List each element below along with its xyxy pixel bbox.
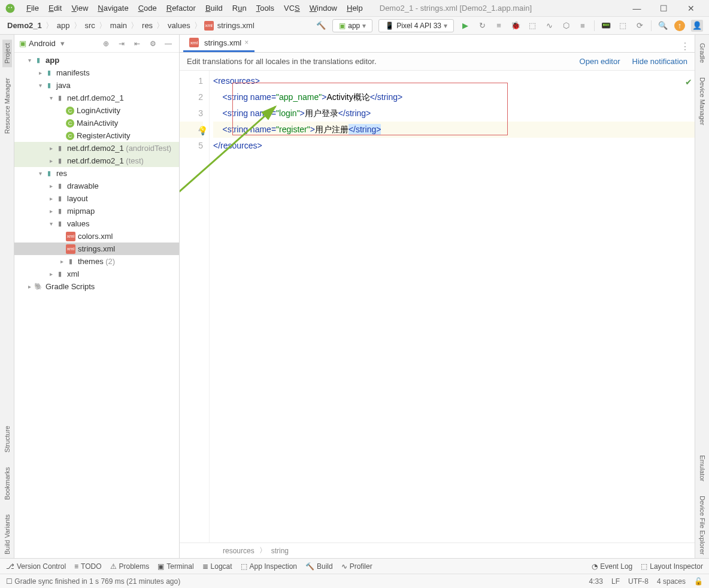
collapse-icon[interactable]: ⇤ xyxy=(131,38,143,50)
tree-register-activity[interactable]: CRegisterActivity xyxy=(14,129,179,142)
tab-device-file-explorer[interactable]: Device File Explorer xyxy=(698,492,707,558)
tree-gradle-scripts[interactable]: ▸🐘Gradle Scripts xyxy=(14,280,179,293)
intention-bulb-icon[interactable]: 💡 xyxy=(198,123,208,139)
settings-icon[interactable]: ⚙ xyxy=(147,38,159,50)
tab-device-manager[interactable]: Device Manager xyxy=(698,74,707,129)
profiler-icon[interactable]: ∿ xyxy=(544,20,555,31)
close-tab-icon[interactable]: × xyxy=(244,38,249,47)
sdk-icon[interactable]: ⬚ xyxy=(617,20,628,31)
code-line-5[interactable]: </resources> xyxy=(213,138,695,154)
crumb-res[interactable]: res xyxy=(141,21,154,30)
tree-login-activity[interactable]: CLoginActivity xyxy=(14,104,179,117)
stop-icon[interactable]: ■ xyxy=(577,20,588,31)
tab-app-inspection[interactable]: ⬚ App Inspection xyxy=(241,562,297,571)
menu-edit[interactable]: Edit xyxy=(44,2,66,14)
menu-build[interactable]: Build xyxy=(201,2,228,14)
tree-app[interactable]: ▾▮app xyxy=(14,54,179,66)
crumb-project[interactable]: Demo2_1 xyxy=(6,21,43,30)
maximize-button[interactable]: ☐ xyxy=(650,0,677,17)
hide-notification-link[interactable]: Hide notification xyxy=(632,57,688,66)
tree-pkg-androidtest[interactable]: ▸▮net.drf.demo2_1 (androidTest) xyxy=(14,142,179,154)
minimize-button[interactable]: — xyxy=(623,0,650,17)
tree-pkg-test[interactable]: ▸▮net.drf.demo2_1 (test) xyxy=(14,154,179,167)
avd-icon[interactable]: 📟 xyxy=(601,20,611,31)
tab-version-control[interactable]: ⎇ Version Control xyxy=(6,562,66,571)
tab-emulator[interactable]: Emulator xyxy=(698,451,707,485)
tab-terminal[interactable]: ▣ Terminal xyxy=(157,562,193,571)
status-readonly-icon[interactable]: 🔓 xyxy=(694,577,703,586)
search-icon[interactable]: 🔍 xyxy=(658,20,668,31)
menu-run[interactable]: Run xyxy=(228,2,252,14)
tree-colors-xml[interactable]: xmlcolors.xml xyxy=(14,230,179,243)
menu-refactor[interactable]: Refactor xyxy=(162,2,201,14)
open-editor-link[interactable]: Open editor xyxy=(580,57,620,66)
coverage-icon[interactable]: ⬚ xyxy=(527,20,538,31)
apply-code-icon[interactable]: ≡ xyxy=(493,20,504,31)
run-icon[interactable]: ▶ xyxy=(460,20,471,31)
select-opened-icon[interactable]: ⊕ xyxy=(100,38,112,50)
tab-strings-xml[interactable]: xml strings.xml × xyxy=(183,35,254,52)
crumb-src[interactable]: src xyxy=(84,21,96,30)
debug-icon[interactable]: 🐞 xyxy=(510,20,521,31)
menu-file[interactable]: File xyxy=(22,2,44,14)
crumb-main[interactable]: main xyxy=(109,21,128,30)
tab-layout-inspector[interactable]: ⬚ Layout Inspector xyxy=(641,562,703,571)
menu-tools[interactable]: Tools xyxy=(252,2,279,14)
sync-icon[interactable]: ⟳ xyxy=(634,20,645,31)
crumb-file[interactable]: strings.xml xyxy=(216,21,256,30)
tree-main-activity[interactable]: CMainActivity xyxy=(14,117,179,129)
tab-project[interactable]: Project xyxy=(2,40,12,67)
avatar-icon[interactable]: 👤 xyxy=(691,20,703,32)
tree-mipmap[interactable]: ▸▮mipmap xyxy=(14,205,179,217)
run-config-dropdown[interactable]: ▣app▾ xyxy=(332,19,372,32)
tree-java[interactable]: ▾▮java xyxy=(14,79,179,92)
menu-vcs[interactable]: VCS xyxy=(279,2,305,14)
menu-window[interactable]: Window xyxy=(305,2,342,14)
hammer-icon[interactable]: 🔨 xyxy=(316,20,326,31)
status-encoding[interactable]: UTF-8 xyxy=(628,577,649,586)
tab-bookmarks[interactable]: Bookmarks xyxy=(2,463,12,504)
tree-drawable[interactable]: ▸▮drawable xyxy=(14,180,179,192)
hide-icon[interactable]: — xyxy=(162,38,174,50)
code-editor[interactable]: 12345 💡 ✔ <resources> <string name="app_… xyxy=(180,71,695,542)
attach-debugger-icon[interactable]: ⬡ xyxy=(560,20,571,31)
tab-problems[interactable]: ⚠ Problems xyxy=(110,562,150,571)
tree-layout[interactable]: ▸▮layout xyxy=(14,192,179,205)
crumb-string[interactable]: string xyxy=(271,547,289,555)
status-indent[interactable]: 4 spaces xyxy=(657,577,686,586)
tab-build[interactable]: 🔨 Build xyxy=(305,562,333,571)
menu-navigate[interactable]: Navigate xyxy=(93,2,133,14)
updates-icon[interactable]: ↑ xyxy=(674,20,685,31)
device-dropdown[interactable]: 📱Pixel 4 API 33▾ xyxy=(378,19,454,32)
crumb-app[interactable]: app xyxy=(56,21,71,30)
editor-more-icon[interactable]: ⋮ xyxy=(680,41,695,52)
tab-logcat[interactable]: ≣ Logcat xyxy=(202,562,232,571)
tab-resource-manager[interactable]: Resource Manager xyxy=(2,74,12,138)
crumb-values[interactable]: values xyxy=(166,21,192,30)
tab-event-log[interactable]: ◔ Event Log xyxy=(592,562,632,571)
tab-profiler[interactable]: ∿ Profiler xyxy=(341,562,372,571)
project-view-selector[interactable]: ▣Android▾ xyxy=(19,39,65,48)
apply-changes-icon[interactable]: ↻ xyxy=(477,20,487,31)
tree-manifests[interactable]: ▸▮manifests xyxy=(14,66,179,79)
tree-themes[interactable]: ▸▮themes (2) xyxy=(14,255,179,268)
tree-pkg[interactable]: ▾▮net.drf.demo2_1 xyxy=(14,92,179,104)
menu-help[interactable]: Help xyxy=(342,2,368,14)
tab-build-variants[interactable]: Build Variants xyxy=(2,511,12,558)
tab-structure[interactable]: Structure xyxy=(2,422,12,456)
tree-values[interactable]: ▾▮values xyxy=(14,217,179,230)
tab-gradle[interactable]: Gradle xyxy=(698,40,707,66)
expand-icon[interactable]: ⇥ xyxy=(116,38,128,50)
tree-xml[interactable]: ▸▮xml xyxy=(14,268,179,280)
tab-todo[interactable]: ≡ TODO xyxy=(74,562,101,571)
menu-code[interactable]: Code xyxy=(134,2,162,14)
tree-res[interactable]: ▾▮res xyxy=(14,167,179,180)
tree-strings-xml[interactable]: xmlstrings.xml xyxy=(14,243,179,255)
status-caret-pos[interactable]: 4:33 xyxy=(589,577,603,586)
close-button[interactable]: ✕ xyxy=(677,0,704,17)
project-tree[interactable]: ▾▮app ▸▮manifests ▾▮java ▾▮net.drf.demo2… xyxy=(14,53,179,558)
inspection-ok-icon[interactable]: ✔ xyxy=(685,74,692,90)
crumb-resources[interactable]: resources xyxy=(223,547,254,555)
status-line-separator[interactable]: LF xyxy=(611,577,620,586)
menu-view[interactable]: View xyxy=(66,2,93,14)
